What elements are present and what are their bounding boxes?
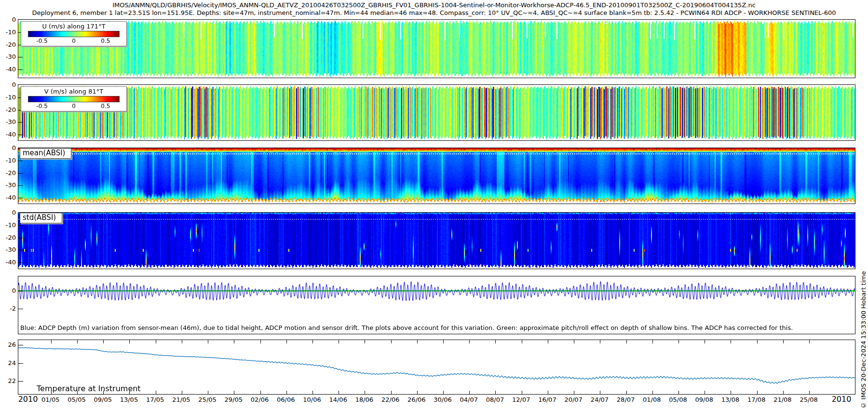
u-legend-title: U (m/s) along 171°T: [24, 23, 123, 30]
x-tick-label: 13/05: [120, 396, 138, 403]
y-tick-label: -40: [1, 131, 16, 138]
u-legend: U (m/s) along 171°T -0.5 0 0.5: [21, 21, 127, 46]
y-tick-label: 0: [1, 209, 16, 216]
y-tick-label: 24: [1, 359, 16, 366]
x-tick-label: 14/06: [329, 396, 347, 403]
v-legend-title: V (m/s) along 81°T: [24, 88, 123, 95]
x-tick-label: 06/06: [277, 396, 295, 403]
x-tick-label: 28/07: [617, 396, 635, 403]
u-colorbar-ticks: -0.5 0 0.5: [24, 37, 123, 44]
colorbar-tick: 0: [72, 103, 76, 109]
x-year-label-left: 2010: [18, 395, 38, 404]
y-tick-label: 0: [1, 81, 16, 88]
v-colorbar-ticks: -0.5 0 0.5: [24, 102, 123, 109]
x-tick-label: 04/07: [460, 396, 478, 403]
colorbar-tick: -0.5: [36, 103, 47, 109]
x-tick-label: 16/07: [538, 396, 556, 403]
x-tick-label: 05/05: [68, 396, 85, 403]
panel-u-velocity: U (m/s) along 171°T -0.5 0 0.5: [18, 19, 855, 78]
y-tick-label: -30: [1, 246, 16, 253]
x-tick-label: 09/08: [695, 396, 713, 403]
colorbar-tick: -0.5: [36, 38, 47, 44]
imos-watermark: © IMOS 20-Dec-2024 15:33:00 Hobart time: [860, 271, 867, 409]
y-tick-label: -30: [1, 53, 16, 60]
colorbar-tick: 0.5: [101, 103, 110, 109]
colorbar-tick: 0: [72, 38, 76, 44]
v-velocity-heatmap: [18, 85, 855, 140]
y-tick-label: 26: [1, 341, 16, 348]
y-tick-label: -10: [1, 28, 16, 35]
x-tick-label: 25/05: [198, 396, 216, 403]
x-tick-label: 17/05: [146, 396, 164, 403]
x-tick-label: 17/08: [747, 396, 765, 403]
x-tick-label: 30/06: [434, 396, 451, 403]
y-tick-label: -10: [1, 221, 16, 228]
figure-title-line1: IMOS/ANMN/QLD/GBRHIS/Velocity/IMOS_ANMN-…: [0, 1, 868, 9]
panel-v-velocity: V (m/s) along 81°T -0.5 0 0.5: [18, 84, 855, 141]
y-tick-label: -40: [1, 66, 16, 73]
mean-absi-label: mean(ABSI): [20, 148, 71, 159]
x-tick-label: 29/05: [225, 396, 243, 403]
x-tick-label: 12/07: [512, 396, 530, 403]
x-tick-label: 01/05: [41, 396, 59, 403]
x-tick-label: 01/08: [643, 396, 661, 403]
x-tick-label: 18/06: [355, 396, 373, 403]
y-tick-label: -20: [1, 41, 16, 48]
x-tick-label: 22/06: [381, 396, 399, 403]
y-tick-label: -40: [1, 194, 16, 201]
y-tick-label: -20: [1, 106, 16, 113]
panel-mean-absi: mean(ABSI): [18, 148, 855, 204]
y-tick-label: -30: [1, 118, 16, 125]
temperature-label: Temperature at Instrument: [37, 384, 141, 393]
x-tick-label: 20/07: [564, 396, 582, 403]
y-tick-label: -2: [1, 305, 16, 312]
std-absi-label: std(ABSI): [20, 213, 62, 223]
x-tick-label: 21/08: [773, 396, 791, 403]
y-tick-label: 0: [1, 16, 16, 23]
x-tick-label: 02/06: [251, 396, 269, 403]
y-tick-label: -10: [1, 156, 16, 164]
mean-absi-heatmap: [18, 148, 855, 204]
x-tick-label: 10/06: [303, 396, 321, 403]
temperature-plot: [18, 340, 855, 394]
x-tick-label: 24/07: [591, 396, 609, 403]
y-tick-label: 0: [1, 144, 16, 151]
colorbar-tick: 0.5: [101, 38, 110, 44]
x-tick-label: 09/05: [94, 396, 111, 403]
x-tick-label: 26/06: [407, 396, 425, 403]
y-tick-label: 0: [1, 287, 16, 294]
x-tick-label: 13/08: [721, 396, 739, 403]
panel-depth-variation: Blue: ADCP Depth (m) variation from sens…: [18, 276, 855, 334]
x-tick-label: 08/07: [486, 396, 504, 403]
x-tick-label: 05/08: [669, 396, 687, 403]
y-tick-label: -20: [1, 233, 16, 241]
v-legend: V (m/s) along 81°T -0.5 0 0.5: [21, 86, 127, 111]
panel-temperature: Temperature at Instrument: [18, 340, 855, 395]
std-absi-heatmap: [18, 213, 855, 269]
y-tick-label: 22: [1, 377, 16, 384]
y-tick-label: -20: [1, 169, 16, 176]
y-tick-label: -10: [1, 93, 16, 100]
v-colorbar: [28, 96, 120, 102]
x-tick-label: 25/08: [800, 396, 817, 403]
panel-std-absi: std(ABSI): [18, 212, 855, 269]
y-tick-label: -30: [1, 181, 16, 189]
u-velocity-heatmap: [18, 20, 855, 78]
x-year-label-right: 2010: [832, 395, 852, 404]
y-tick-label: -40: [1, 259, 16, 266]
u-colorbar: [28, 31, 120, 37]
figure-title-line2: Deployment 6, member 1 lat=23.51S lon=15…: [0, 9, 868, 16]
adcp-figure: IMOS/ANMN/QLD/GBRHIS/Velocity/IMOS_ANMN-…: [0, 0, 868, 410]
x-tick-label: 21/05: [172, 396, 190, 403]
depth-variation-annotation: Blue: ADCP Depth (m) variation from sens…: [20, 324, 793, 331]
